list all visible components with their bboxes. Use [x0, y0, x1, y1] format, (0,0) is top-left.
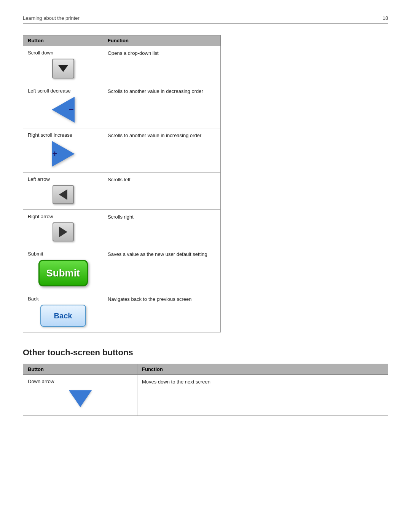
- main-table-col1-header: Button: [23, 35, 103, 46]
- main-fn-cell-5: Saves a value as the new user default se…: [103, 247, 221, 292]
- left-arrow-button[interactable]: [53, 185, 74, 204]
- function-text: Scrolls left: [108, 177, 131, 182]
- main-btn-cell-4: Right arrow: [23, 210, 103, 247]
- gray-right-arrow-icon: [59, 227, 67, 237]
- function-text: Opens a drop-down list: [108, 50, 159, 56]
- function-text: Scrolls right: [108, 214, 134, 220]
- right-scroll-button[interactable]: +: [50, 141, 76, 167]
- main-btn-cell-6: BackBack: [23, 292, 103, 332]
- function-text: Moves down to the next screen: [142, 379, 210, 385]
- main-btn-cell-0: Scroll down: [23, 46, 103, 84]
- button-label: Down arrow: [28, 379, 132, 384]
- other-section-heading: Other touch-screen buttons: [23, 348, 388, 358]
- main-fn-cell-1: Scrolls to another value in decreasing o…: [103, 84, 221, 128]
- main-fn-cell-3: Scrolls left: [103, 173, 221, 210]
- back-label: Back: [54, 312, 72, 320]
- main-table: Button Function Scroll downOpens a drop-…: [23, 35, 221, 332]
- function-text: Navigates back to the previous screen: [108, 296, 191, 302]
- main-btn-cell-1: Left scroll decrease−: [23, 84, 103, 128]
- table-row: Down arrowMoves down to the next screen: [23, 375, 388, 416]
- button-label: Back: [28, 296, 98, 302]
- submit-label: Submit: [46, 267, 80, 279]
- table-row: BackBackNavigates back to the previous s…: [23, 292, 221, 332]
- down-arrow-blue-button[interactable]: [69, 390, 92, 407]
- button-label: Right arrow: [28, 214, 98, 219]
- blue-down-triangle-icon: [69, 390, 92, 407]
- button-label: Left scroll decrease: [28, 88, 98, 94]
- main-fn-cell-6: Navigates back to the previous screen: [103, 292, 221, 332]
- button-label: Left arrow: [28, 176, 98, 182]
- left-scroll-button[interactable]: −: [50, 97, 76, 123]
- gray-left-arrow-icon: [59, 189, 67, 200]
- function-text: Scrolls to another value in decreasing o…: [108, 88, 203, 94]
- main-btn-cell-2: Right scroll increase+: [23, 128, 103, 173]
- table-row: Right scroll increase+Scrolls to another…: [23, 128, 221, 173]
- minus-icon: −: [69, 105, 74, 114]
- main-table-col2-header: Function: [103, 35, 221, 46]
- page-header-title: Learning about the printer: [23, 15, 80, 21]
- right-arrow-button[interactable]: [53, 222, 74, 241]
- main-fn-cell-4: Scrolls right: [103, 210, 221, 247]
- main-fn-cell-2: Scrolls to another value in increasing o…: [103, 128, 221, 173]
- button-label: Scroll down: [28, 50, 98, 56]
- plus-icon: +: [53, 150, 57, 158]
- function-text: Saves a value as the new user default se…: [108, 251, 207, 257]
- page-header: Learning about the printer 18: [23, 15, 388, 24]
- submit-button[interactable]: Submit: [38, 260, 88, 286]
- table-row: Scroll downOpens a drop-down list: [23, 46, 221, 84]
- button-label: Right scroll increase: [28, 132, 98, 138]
- main-btn-cell-3: Left arrow: [23, 173, 103, 210]
- button-label: Submit: [28, 251, 98, 257]
- main-fn-cell-0: Opens a drop-down list: [103, 46, 221, 84]
- function-text: Scrolls to another value in increasing o…: [108, 133, 201, 138]
- other-btn-cell-0: Down arrow: [23, 375, 137, 416]
- other-table: Button Function Down arrowMoves down to …: [23, 364, 388, 416]
- table-row: Right arrowScrolls right: [23, 210, 221, 247]
- other-table-col2-header: Function: [137, 364, 388, 375]
- table-row: Left arrowScrolls left: [23, 173, 221, 210]
- main-btn-cell-5: SubmitSubmit: [23, 247, 103, 292]
- scroll-down-button[interactable]: [52, 59, 74, 78]
- down-triangle-icon: [58, 65, 68, 72]
- back-button[interactable]: Back: [40, 305, 86, 327]
- table-row: SubmitSubmitSaves a value as the new use…: [23, 247, 221, 292]
- other-fn-cell-0: Moves down to the next screen: [137, 375, 388, 416]
- other-table-col1-header: Button: [23, 364, 137, 375]
- table-row: Left scroll decrease−Scrolls to another …: [23, 84, 221, 128]
- page-number: 18: [383, 15, 388, 21]
